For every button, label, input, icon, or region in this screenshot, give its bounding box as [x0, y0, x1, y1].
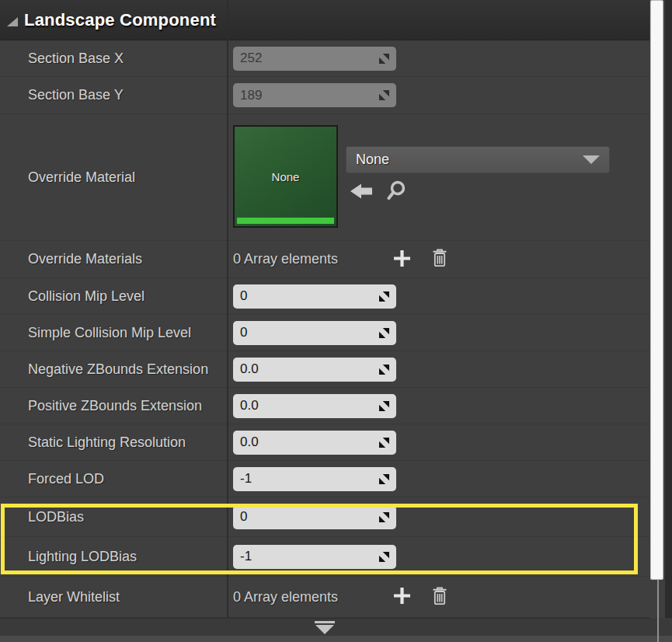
column-divider[interactable] [227, 0, 228, 618]
label-negative-zbounds-extension: Negative ZBounds Extension [0, 351, 227, 387]
lighting-lodbias-input[interactable]: -1 [233, 545, 396, 569]
browse-to-asset-button[interactable] [384, 180, 407, 205]
drag-value-icon[interactable] [379, 401, 389, 411]
negative-zbounds-extension-value: 0.0 [240, 361, 259, 377]
drag-value-icon[interactable] [379, 512, 389, 522]
array-elements-count: 0 Array elements [233, 251, 394, 267]
material-thumbnail-label: None [272, 170, 300, 183]
row-static-lighting-resolution: Static Lighting Resolution 0.0 [0, 424, 649, 461]
row-negative-zbounds-extension: Negative ZBounds Extension 0.0 [0, 351, 649, 388]
chevron-down-icon [583, 155, 600, 164]
row-override-material: Override Material None None [0, 114, 649, 241]
material-asset-combo[interactable]: None [346, 146, 610, 173]
scrollbar-thumb[interactable] [650, 0, 663, 580]
landscape-component-section: Landscape Component Section Base X 252 S… [0, 0, 649, 618]
positive-zbounds-extension-value: 0.0 [240, 398, 259, 413]
drag-value-icon [379, 90, 389, 100]
row-lighting-lodbias: Lighting LODBias -1 [0, 537, 649, 577]
section-base-x-input: 252 [233, 47, 396, 71]
static-lighting-resolution-value: 0.0 [240, 434, 259, 450]
trash-icon [432, 249, 447, 270]
property-rows: Section Base X 252 Section Base Y 189 [0, 40, 649, 618]
simple-collision-mip-level-input[interactable]: 0 [233, 321, 396, 345]
drag-value-icon[interactable] [379, 552, 389, 562]
label-section-base-x: Section Base X [0, 40, 227, 76]
asset-action-buttons [350, 180, 407, 205]
label-section-base-y: Section Base Y [0, 77, 227, 113]
forced-lod-input[interactable]: -1 [233, 467, 396, 491]
row-override-materials: Override Materials 0 Array elements [0, 241, 649, 278]
array-elements-count: 0 Array elements [233, 589, 394, 605]
row-positive-zbounds-extension: Positive ZBounds Extension 0.0 [0, 388, 649, 424]
drag-value-icon[interactable] [379, 328, 389, 338]
scrollbar-track-line [657, 580, 659, 642]
label-collision-mip-level: Collision Mip Level [0, 278, 227, 314]
expand-advanced-icon[interactable] [315, 621, 335, 634]
row-section-base-y: Section Base Y 189 [0, 77, 649, 114]
label-lighting-lodbias: Lighting LODBias [0, 537, 227, 576]
vertical-scrollbar[interactable] [649, 0, 665, 642]
plus-icon [394, 588, 410, 606]
trash-icon [432, 587, 447, 608]
drag-value-icon[interactable] [379, 291, 389, 302]
advanced-expander-bar[interactable] [0, 618, 649, 636]
clear-array-button[interactable] [432, 587, 447, 608]
row-layer-whitelist: Layer Whitelist 0 Array elements [0, 577, 649, 618]
forced-lod-value: -1 [240, 471, 252, 487]
section-base-y-value: 189 [240, 88, 262, 103]
label-override-materials: Override Materials [0, 241, 227, 277]
magnifier-icon [384, 180, 407, 205]
row-lodbias: LODBias 0 [0, 497, 649, 537]
label-forced-lod: Forced LOD [0, 461, 227, 497]
material-asset-combo-value: None [356, 152, 389, 168]
drag-value-icon[interactable] [379, 365, 389, 375]
arrow-left-icon [350, 182, 373, 203]
category-expand-icon[interactable] [7, 17, 18, 26]
simple-collision-mip-level-value: 0 [240, 325, 247, 340]
section-base-y-input: 189 [233, 83, 396, 107]
positive-zbounds-extension-input[interactable]: 0.0 [233, 394, 396, 418]
static-lighting-resolution-input[interactable]: 0.0 [233, 431, 396, 455]
row-forced-lod: Forced LOD -1 [0, 461, 649, 497]
label-positive-zbounds-extension: Positive ZBounds Extension [0, 388, 227, 424]
bottom-strip [0, 636, 672, 642]
drag-value-icon[interactable] [379, 474, 389, 484]
label-lodbias: LODBias [0, 497, 227, 536]
category-header[interactable]: Landscape Component [0, 0, 649, 40]
details-panel: Landscape Component Section Base X 252 S… [0, 0, 672, 642]
add-array-element-button[interactable] [394, 250, 410, 269]
lodbias-value: 0 [240, 509, 247, 525]
lodbias-input[interactable]: 0 [233, 505, 396, 529]
drag-value-icon[interactable] [379, 438, 389, 448]
material-type-bar [237, 218, 334, 224]
panel-right-edge [665, 0, 672, 618]
add-array-element-button[interactable] [394, 588, 410, 606]
label-override-material: Override Material [0, 114, 227, 240]
use-selected-asset-button[interactable] [350, 182, 373, 203]
clear-array-button[interactable] [432, 249, 447, 270]
material-thumbnail[interactable]: None [233, 125, 338, 228]
lighting-lodbias-value: -1 [240, 549, 252, 564]
label-layer-whitelist: Layer Whitelist [0, 577, 227, 617]
drag-value-icon [379, 54, 389, 64]
collision-mip-level-value: 0 [240, 288, 247, 304]
plus-icon [394, 250, 410, 269]
collision-mip-level-input[interactable]: 0 [233, 284, 396, 309]
row-simple-collision-mip-level: Simple Collision Mip Level 0 [0, 315, 649, 351]
section-base-x-value: 252 [240, 51, 262, 66]
category-title: Landscape Component [24, 10, 216, 30]
label-simple-collision-mip-level: Simple Collision Mip Level [0, 315, 227, 351]
label-static-lighting-resolution: Static Lighting Resolution [0, 424, 227, 460]
row-collision-mip-level: Collision Mip Level 0 [0, 278, 649, 315]
row-section-base-x: Section Base X 252 [0, 40, 649, 77]
negative-zbounds-extension-input[interactable]: 0.0 [233, 358, 396, 382]
